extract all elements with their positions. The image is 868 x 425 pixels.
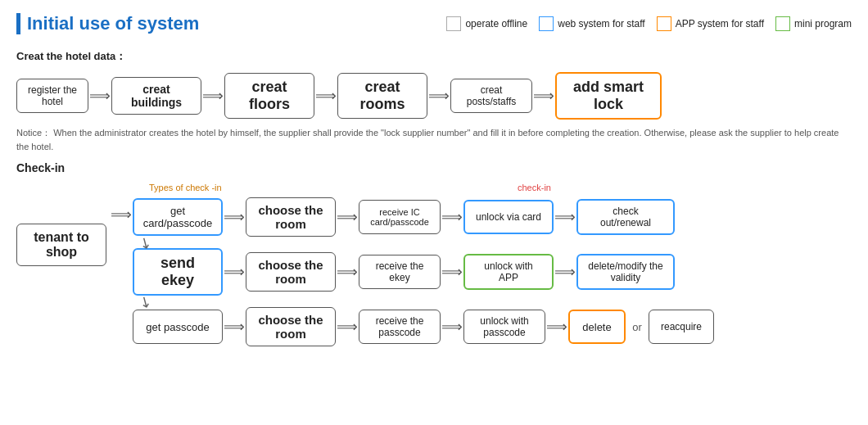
step-posts[interactable]: creat posts/staffs bbox=[450, 79, 532, 113]
step-reacquire[interactable]: reacquire bbox=[649, 310, 714, 344]
step-unlock-app[interactable]: unlock with APP bbox=[463, 254, 554, 290]
step-choose-room-1[interactable]: choose the room bbox=[246, 197, 336, 237]
step-unlock-card[interactable]: unlock via card bbox=[463, 200, 554, 234]
step-rooms[interactable]: creat rooms bbox=[337, 73, 427, 119]
page-title: Initial use of system bbox=[16, 13, 199, 34]
legend-label-mini: mini program bbox=[794, 18, 852, 29]
step-receive-ic[interactable]: receive IC card/passcode bbox=[359, 200, 441, 234]
step-sendekey[interactable]: send ekey bbox=[133, 248, 223, 296]
step-register[interactable]: register the hotel bbox=[16, 79, 88, 113]
step-getcard[interactable]: get card/passcode bbox=[133, 198, 223, 236]
legend-label-web: web system for staff bbox=[558, 18, 644, 29]
b2-arrow-2: ⟹ bbox=[336, 263, 359, 281]
legend-offline: operate offline bbox=[446, 16, 527, 31]
b1-arrow-1: ⟹ bbox=[223, 208, 246, 226]
branch-row-3: get passcode ⟹ choose the room ⟹ receive… bbox=[133, 307, 714, 346]
b3-arrow-2: ⟹ bbox=[336, 318, 359, 336]
step-smartlock[interactable]: add smart lock bbox=[555, 72, 662, 120]
arrow-5: ⟹ bbox=[532, 87, 555, 105]
legend: operate offline web system for staff APP… bbox=[446, 16, 852, 31]
checkin-label: Check-in bbox=[16, 161, 852, 174]
tenant-box[interactable]: tenant to shop bbox=[16, 224, 106, 266]
b3-arrow-5: or bbox=[626, 321, 649, 333]
arrow-3: ⟹ bbox=[314, 87, 337, 105]
step-floors[interactable]: creat floors bbox=[224, 73, 314, 119]
step-delete-modify[interactable]: delete/modify the validity bbox=[576, 254, 675, 290]
b2-arrow-4: ⟹ bbox=[554, 263, 576, 281]
step-receive-passcode[interactable]: receive the passcode bbox=[359, 310, 441, 344]
legend-box-offline bbox=[446, 16, 461, 31]
b2-arrow-1: ⟹ bbox=[223, 263, 246, 281]
step-getpasscode[interactable]: get passcode bbox=[133, 310, 223, 344]
b3-arrow-1: ⟹ bbox=[223, 318, 246, 336]
branch-row-1: get card/passcode ⟹ choose the room ⟹ re… bbox=[133, 197, 714, 237]
b1-arrow-2: ⟹ bbox=[336, 208, 359, 226]
branch-row-2: send ekey ⟹ choose the room ⟹ receive th… bbox=[133, 248, 714, 296]
header: Initial use of system operate offline we… bbox=[16, 13, 852, 34]
legend-box-web bbox=[539, 16, 554, 31]
b1-arrow-3: ⟹ bbox=[441, 208, 463, 226]
legend-box-app bbox=[657, 16, 671, 31]
step-unlock-passcode[interactable]: unlock with passcode bbox=[463, 310, 545, 344]
legend-label-app: APP system for staff bbox=[676, 18, 764, 29]
arrow-2: ⟹ bbox=[201, 87, 224, 105]
tenant-arrow-main: ⟹ bbox=[110, 206, 133, 224]
arrow-4: ⟹ bbox=[427, 87, 450, 105]
legend-app: APP system for staff bbox=[657, 16, 764, 31]
arrow-1: ⟹ bbox=[88, 87, 111, 105]
legend-box-mini bbox=[775, 16, 790, 31]
b1-arrow-4: ⟹ bbox=[554, 208, 576, 226]
b3-arrow-4: ⟹ bbox=[545, 318, 568, 336]
step-delete[interactable]: delete bbox=[568, 310, 626, 344]
legend-mini: mini program bbox=[775, 16, 852, 31]
step-receive-ekey[interactable]: receive the ekey bbox=[359, 255, 441, 289]
hotel-flow: register the hotel ⟹ creat buildings ⟹ c… bbox=[16, 72, 852, 120]
checkin-status-label: check-in bbox=[518, 183, 551, 192]
b3-arrow-3: ⟹ bbox=[441, 318, 463, 336]
checkin-section: Check-in tenant to shop ⟹ Types of check… bbox=[16, 161, 852, 346]
legend-web: web system for staff bbox=[539, 16, 644, 31]
hotel-data-label: Creat the hotel data： bbox=[16, 49, 852, 64]
notice-text: Notice： When the administrator creates t… bbox=[16, 126, 852, 153]
step-choose-room-3[interactable]: choose the room bbox=[246, 307, 336, 346]
legend-label-offline: operate offline bbox=[465, 18, 527, 29]
step-buildings[interactable]: creat buildings bbox=[111, 77, 201, 115]
types-label: Types of check -in bbox=[149, 183, 255, 192]
step-choose-room-2[interactable]: choose the room bbox=[246, 252, 336, 292]
step-checkout[interactable]: check out/renewal bbox=[576, 199, 675, 235]
b2-arrow-3: ⟹ bbox=[441, 263, 463, 281]
